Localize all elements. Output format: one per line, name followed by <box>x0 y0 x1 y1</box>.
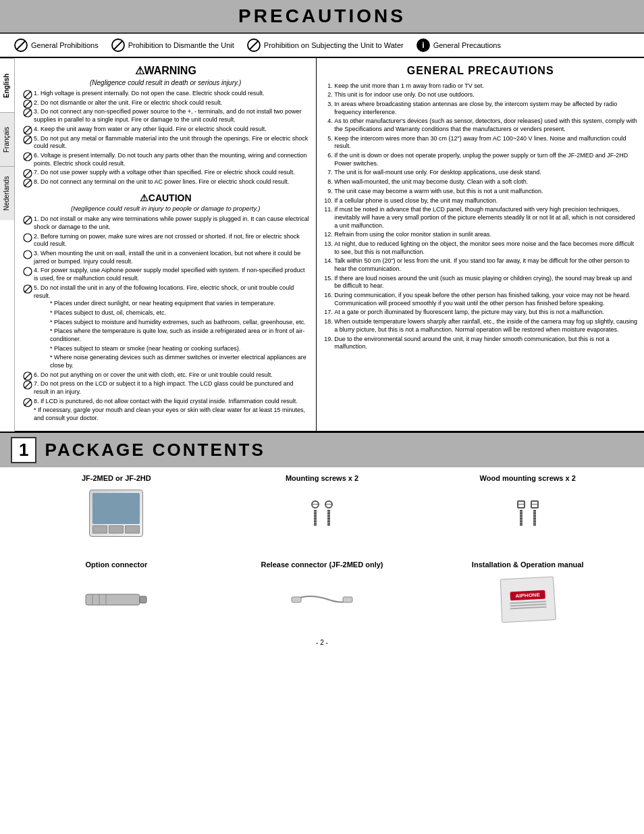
warning-item-4: 4. Keep the unit away from water or any … <box>23 126 309 134</box>
side-tab-francais: Français <box>0 112 14 166</box>
warning-item-5: 5. Do not put any metal or flammable mat… <box>23 135 309 151</box>
svg-line-21 <box>24 170 31 177</box>
general-prohibitions-item: General Prohibitions <box>14 38 99 53</box>
manual-illustration: AIPHONE <box>500 577 556 623</box>
device-btn-2 <box>109 525 124 533</box>
water-prohibition-item: Prohibition on Subjecting the Unit to Wa… <box>246 38 404 53</box>
package-item-release: Release connector (JF-2MED only) <box>219 561 425 627</box>
svg-line-19 <box>24 153 31 160</box>
warning-triangle-icon: ⚠ <box>135 65 144 76</box>
device-btn-3 <box>125 525 140 533</box>
screws-label: Mounting screws x 2 <box>286 474 358 482</box>
dismantle-prohibition-item: Prohibition to Dismantle the Unit <box>111 38 234 53</box>
caution-sub-2: Places subject to dust, oil, chemicals, … <box>39 309 309 317</box>
caution-item-star: * If necessary, gargle your mouth and cl… <box>23 407 309 422</box>
warning-item-2: 2. Do not dismantle or alter the unit. F… <box>23 99 309 107</box>
caution-sub-5: Places subject to steam or smoke (near h… <box>39 345 309 353</box>
caution-section: ⚠CAUTION (Negligence could result in inj… <box>22 192 309 423</box>
screw-head-1 <box>311 500 319 509</box>
side-tabs: English Français Nederlands <box>0 58 15 432</box>
svg-line-32 <box>24 373 31 380</box>
svg-line-17 <box>24 136 31 143</box>
wood-screw-pair <box>517 500 539 526</box>
gp-item-8: When wall-mounted, the unit may become d… <box>334 178 637 186</box>
device-screen <box>92 493 140 524</box>
svg-line-1 <box>17 41 25 49</box>
warning-num-5 <box>23 135 32 147</box>
wood-screw-head-1 <box>517 500 525 509</box>
caution-num-4 <box>23 267 32 279</box>
gp-item-16: During communication, if you speak befor… <box>334 292 637 307</box>
caution-sub-3: Places subject to moisture and humidity … <box>39 319 309 327</box>
water-prohibition-label: Prohibition on Subjecting the Unit to Wa… <box>264 41 404 49</box>
package-contents-section: 1 PACKAGE CONTENTS JF-2MED or JF-2HD Mou… <box>0 432 644 633</box>
dismantle-prohibition-label: Prohibition to Dismantle the Unit <box>128 41 234 49</box>
side-tab-english: English <box>0 58 14 112</box>
caution-sub-1: Places under direct sunlight, or near he… <box>39 300 309 308</box>
warning-title: ⚠WARNING <box>22 63 309 78</box>
caution-subtitle: (Negligence could result in injury to pe… <box>22 205 309 213</box>
caution-num-5 <box>23 284 32 296</box>
gp-item-12: Refrain from using the color monitor sta… <box>334 231 637 239</box>
caution-item-5: 5. Do not install the unit in any of the… <box>23 284 309 370</box>
release-image <box>288 573 356 627</box>
gp-item-7: The unit is for wall-mount use only. For… <box>334 169 637 177</box>
svg-rect-42 <box>292 597 301 602</box>
gp-item-11: If must be noted in advance that the LCD… <box>334 206 637 230</box>
wood-screw-head-2 <box>531 500 539 509</box>
caution-sub-4: Places where the temperature is quite lo… <box>39 328 309 343</box>
icon-bar: General Prohibitions Prohibition to Dism… <box>0 34 644 58</box>
svg-rect-43 <box>343 597 352 602</box>
caution-sublist: Places under direct sunlight, or near he… <box>34 300 309 370</box>
gp-item-4: As to other manufacturer's devices (such… <box>334 118 637 133</box>
dismantle-prohibition-icon <box>111 38 126 53</box>
caution-list: 1. Do not install or make any wire termi… <box>22 215 309 423</box>
svg-line-23 <box>24 180 31 186</box>
svg-line-25 <box>24 217 31 224</box>
svg-line-34 <box>24 382 31 388</box>
gp-item-2: This unit is for indoor use only. Do not… <box>334 91 637 99</box>
device-buttons <box>92 525 140 533</box>
warning-item-1: 1. High voltage is present internally. D… <box>23 90 309 98</box>
device-illustration <box>89 490 143 537</box>
side-tab-nederlands: Nederlands <box>0 166 14 220</box>
wood-screw-1 <box>517 500 525 526</box>
gp-item-19: Due to the environmental sound around th… <box>334 336 637 351</box>
warning-section: ⚠WARNING (Negligence could result in dea… <box>22 63 309 186</box>
general-precautions-label: General Precautions <box>433 41 501 49</box>
gp-item-5: Keep the intercom wires more than 30 cm … <box>334 135 637 151</box>
left-column: ⚠WARNING (Negligence could result in dea… <box>15 58 317 431</box>
screw-2 <box>325 500 333 526</box>
manual-label: Installation & Operation manual <box>472 561 584 569</box>
wood-screws-image <box>494 486 562 540</box>
wood-screw-shaft-2 <box>533 510 536 526</box>
warning-num-8 <box>23 178 32 190</box>
package-number: 1 <box>11 437 36 463</box>
package-item-manual: Installation & Operation manual AIPHONE <box>425 561 630 627</box>
package-title: PACKAGE CONTENTS <box>45 440 265 461</box>
svg-point-28 <box>24 267 32 276</box>
warning-item-6: 6. Voltage is present internally. Do not… <box>23 152 309 167</box>
gp-item-18: When outside temperature lowers sharply … <box>334 318 637 334</box>
package-item-screws: Mounting screws x 2 <box>219 474 425 540</box>
svg-point-26 <box>24 234 32 242</box>
warning-num-3 <box>23 108 32 120</box>
caution-triangle-icon: ⚠ <box>140 192 149 203</box>
package-item-wood-screws: Wood mounting screws x 2 <box>425 474 630 540</box>
caution-item-7: 7. Do not press on the LCD or subject it… <box>23 380 309 396</box>
caution-num-3 <box>23 250 32 262</box>
package-items-row2: Option connector Release connector (JF-2… <box>0 554 644 633</box>
warning-num-6 <box>23 152 32 164</box>
page-title: PRECAUTIONS <box>0 5 644 27</box>
gp-item-1: Keep the unit more than 1 m away from ra… <box>334 82 637 90</box>
manual-lines <box>510 600 547 609</box>
svg-line-15 <box>24 127 31 134</box>
wood-screws-label: Wood mounting screws x 2 <box>480 474 576 482</box>
svg-rect-37 <box>86 594 140 605</box>
gp-item-3: In areas where broadcasting station ante… <box>334 101 637 116</box>
page-number: - 2 - <box>0 633 644 652</box>
content-area: ⚠WARNING (Negligence could result in dea… <box>15 58 644 432</box>
package-items-row1: JF-2MED or JF-2HD Mounting screws x 2 <box>0 467 644 547</box>
general-prohibitions-label: General Prohibitions <box>31 41 99 49</box>
caution-item-3: 3. When mounting the unit on wall, insta… <box>23 250 309 265</box>
